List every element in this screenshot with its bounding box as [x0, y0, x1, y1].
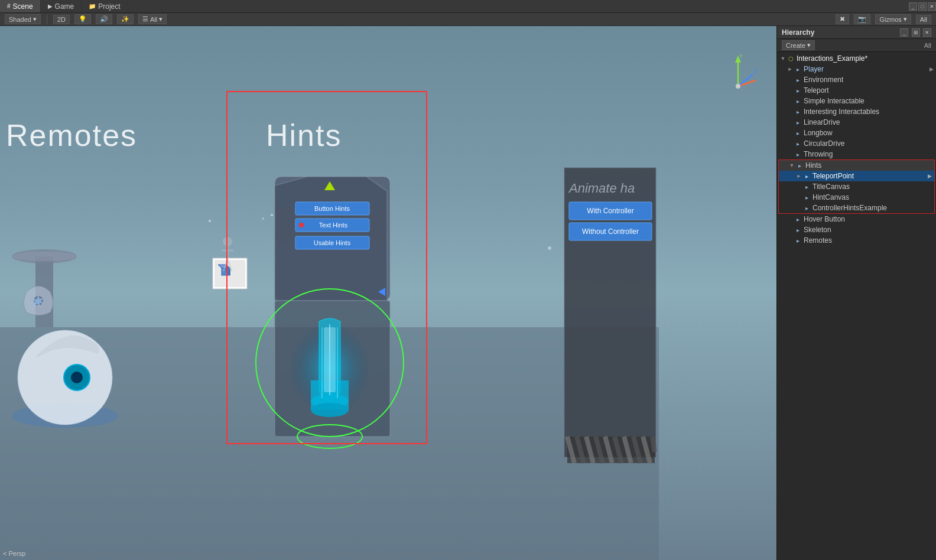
cd-label: CircularDrive: [804, 139, 844, 148]
persp-label: < Persp: [3, 550, 25, 557]
che-icon: ▸: [802, 204, 811, 212]
hierarchy-tree[interactable]: ⬡ Interactions_Example* ▸ Player ▶ ▸ Env…: [777, 52, 936, 560]
game-tab-icon: ▶: [48, 3, 53, 9]
tree-item-titlecanvas[interactable]: ▸ TitleCanvas: [779, 181, 934, 192]
player-arrow: [786, 66, 794, 73]
tab-scene[interactable]: # Scene: [0, 0, 41, 12]
si-arrow: [786, 97, 794, 105]
tree-item-player[interactable]: ▸ Player ▶: [777, 64, 936, 74]
tree-item-throwing[interactable]: ▸ Throwing: [777, 149, 936, 159]
player-label: Player: [804, 65, 824, 73]
layers-toggle[interactable]: ☰ All ▾: [138, 14, 167, 24]
tree-item-hintcanvas[interactable]: ▸ HintCanvas: [779, 192, 934, 203]
hints-icon: ▸: [795, 161, 804, 170]
tree-item-skeleton[interactable]: ▸ Skeleton: [777, 224, 936, 235]
hints-scene-label: Hints: [266, 118, 342, 153]
svg-point-43: [271, 214, 273, 216]
tree-item-longbow[interactable]: ▸ Longbow: [777, 128, 936, 138]
hierarchy-create-btn[interactable]: Create ▾: [782, 40, 815, 50]
tree-item-remotes[interactable]: ▸ Remotes: [777, 235, 936, 246]
mode-2d-button[interactable]: 2D: [53, 15, 70, 24]
si-icon: ▸: [794, 97, 802, 105]
svg-point-42: [209, 220, 211, 222]
fx-toggle[interactable]: ✨: [117, 14, 134, 24]
scene-svg: Button Hints Text Hints Usable Hints: [0, 26, 776, 560]
throwing-label: Throwing: [804, 150, 833, 158]
svg-point-47: [548, 246, 551, 250]
shading-dropdown[interactable]: Shaded ▾: [5, 14, 41, 24]
svg-point-30: [71, 372, 83, 383]
tab-project[interactable]: 📁 Project: [82, 0, 128, 12]
tree-item-teleport[interactable]: ▸ Teleport: [777, 85, 936, 96]
hierarchy-close-btn[interactable]: ✕: [923, 28, 931, 37]
sk-label: Skeleton: [804, 226, 831, 234]
light-toggle[interactable]: 💡: [74, 14, 91, 24]
top-tab-bar: # Scene ▶ Game 📁 Project _ □ ✕: [0, 0, 936, 13]
all-label: All: [920, 16, 927, 23]
maximize-button[interactable]: □: [918, 2, 927, 11]
axes-gizmo[interactable]: Y Z: [714, 51, 762, 98]
hc-arrow: [795, 194, 802, 201]
layers-chevron: ▾: [159, 15, 162, 23]
ii-label: Interesting Interactables: [804, 108, 879, 116]
gizmos-chevron: ▾: [904, 15, 907, 23]
audio-toggle[interactable]: 🔊: [96, 14, 112, 24]
hierarchy-minimize-btn[interactable]: _: [900, 28, 908, 37]
tools-button[interactable]: ✖: [836, 14, 849, 24]
ii-arrow: [786, 108, 794, 115]
camera-button[interactable]: 📷: [854, 14, 870, 24]
toolbar-sep-1: [47, 15, 47, 24]
hb-arrow: [786, 216, 794, 223]
tp-label: TeleportPoint: [812, 172, 854, 180]
scene-root-label: Interactions_Example*: [797, 54, 867, 63]
gizmos-label: Gizmos: [879, 16, 901, 23]
player-icon: ▸: [794, 65, 802, 73]
layers-text: All: [150, 16, 157, 23]
gizmos-dropdown[interactable]: Gizmos ▾: [875, 14, 911, 24]
lb-arrow: [786, 129, 794, 136]
tree-item-hints[interactable]: ▸ Hints: [779, 160, 934, 171]
cd-icon: ▸: [794, 139, 802, 148]
tc-arrow: [795, 183, 802, 190]
audio-icon: 🔊: [100, 15, 108, 23]
tree-item-controllerhints[interactable]: ▸ ControllerHintsExample: [779, 203, 934, 213]
hierarchy-toolbar: Create ▾ All: [777, 39, 936, 52]
tree-item-environment[interactable]: ▸ Environment: [777, 74, 936, 85]
svg-text:Animate ha: Animate ha: [568, 181, 635, 196]
cd-arrow: [786, 140, 794, 147]
hc-icon: ▸: [802, 193, 811, 201]
che-label: ControllerHintsExample: [812, 204, 887, 212]
hierarchy-header: Hierarchy _ ⊞ ✕: [777, 26, 936, 39]
close-button[interactable]: ✕: [928, 2, 936, 11]
scene-root-item[interactable]: ⬡ Interactions_Example*: [777, 53, 936, 64]
fx-icon: ✨: [121, 15, 129, 23]
hierarchy-all-label: All: [924, 42, 931, 49]
tree-item-interesting-interactables[interactable]: ▸ Interesting Interactables: [777, 106, 936, 117]
tc-icon: ▸: [802, 183, 811, 191]
minimize-button[interactable]: _: [909, 2, 917, 11]
hierarchy-dock-btn[interactable]: ⊞: [912, 28, 920, 37]
tc-label: TitleCanvas: [812, 183, 850, 191]
svg-text:Y: Y: [739, 53, 743, 59]
tree-item-circulardrive[interactable]: ▸ CircularDrive: [777, 138, 936, 149]
all-btn[interactable]: All: [916, 15, 931, 24]
hb-label: Hover Button: [804, 215, 845, 223]
tree-item-lineardrive[interactable]: ▸ LinearDrive: [777, 117, 936, 128]
hc-label: HintCanvas: [812, 193, 849, 201]
tree-item-simple-interactable[interactable]: ▸ Simple Interactable: [777, 96, 936, 106]
svg-text:Without Controller: Without Controller: [582, 227, 639, 236]
tree-item-hoverbutton[interactable]: ▸ Hover Button: [777, 214, 936, 224]
rem-arrow: [786, 237, 794, 244]
hb-icon: ▸: [794, 215, 802, 223]
hints-section-box: ▸ Hints ▸ TeleportPoint ▶ ▸ TitleCanvas: [778, 159, 935, 214]
tree-item-teleportpoint[interactable]: ▸ TeleportPoint ▶: [779, 171, 934, 181]
rem-icon: ▸: [794, 236, 802, 245]
env-arrow: [786, 76, 794, 83]
ld-label: LinearDrive: [804, 118, 840, 126]
tab-game[interactable]: ▶ Game: [41, 0, 82, 12]
tools-icon: ✖: [840, 15, 845, 23]
tab-game-label: Game: [55, 2, 74, 11]
layers-label: ☰: [142, 15, 148, 23]
svg-text:Z: Z: [754, 68, 758, 74]
scene-view[interactable]: Button Hints Text Hints Usable Hints: [0, 26, 776, 560]
